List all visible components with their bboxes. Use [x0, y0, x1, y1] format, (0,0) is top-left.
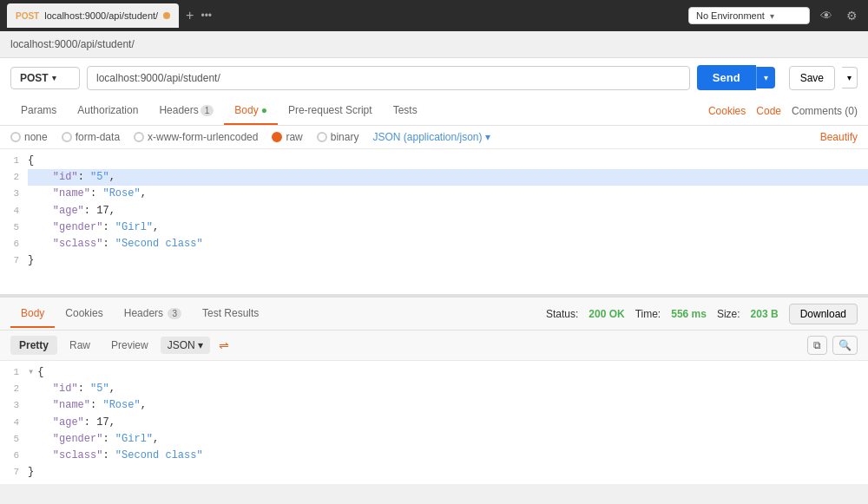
radio-dot-urlencoded	[134, 132, 144, 142]
line-number: 4	[0, 203, 28, 219]
code-link[interactable]: Code	[756, 105, 781, 117]
tab-params[interactable]: Params	[10, 97, 67, 125]
tab-body[interactable]: Body●	[224, 97, 278, 125]
eye-icon-button[interactable]: 👁	[817, 5, 836, 26]
code-line: 6 "sclass": "Second class"	[0, 448, 868, 464]
radio-urlencoded[interactable]: x-www-form-urlencoded	[134, 131, 258, 143]
breadcrumb: localhost:9000/api/student/	[10, 38, 135, 50]
tab-method: POST	[16, 11, 39, 21]
code-line: 7}	[0, 252, 868, 269]
format-tab-preview[interactable]: Preview	[102, 336, 157, 355]
save-button[interactable]: Save	[789, 66, 835, 90]
send-dropdown-button[interactable]: ▾	[756, 67, 775, 88]
radio-dot-none	[10, 132, 21, 142]
method-chevron-icon: ▾	[52, 74, 56, 82]
add-tab-button[interactable]: +	[182, 8, 197, 23]
top-bar: POST localhost:9000/api/student/ + ••• N…	[0, 0, 868, 31]
size-value: 203 B	[751, 308, 779, 320]
radio-form-data[interactable]: form-data	[62, 131, 120, 143]
response-code-viewer: 1▾{2 "id": "5",3 "name": "Rose",4 "age":…	[0, 361, 868, 484]
save-dropdown-button[interactable]: ▾	[842, 67, 858, 88]
response-format-selector[interactable]: JSON ▾	[161, 337, 210, 354]
active-tab[interactable]: POST localhost:9000/api/student/	[7, 3, 179, 28]
body-options-row: none form-data x-www-form-urlencoded raw…	[0, 126, 868, 149]
radio-dot-form-data	[62, 132, 72, 142]
code-line: 4 "age": 17,	[0, 415, 868, 431]
tab-modified-dot	[163, 12, 170, 19]
code-line: 2 "id": "5",	[0, 381, 868, 397]
format-row: Pretty Raw Preview JSON ▾ ⇌ ⧉ 🔍	[0, 331, 868, 361]
headers-badge: 1	[201, 105, 214, 116]
response-tabs-row: Body Cookies Headers 3 Test Results Stat…	[0, 298, 868, 331]
breadcrumb-container: localhost:9000/api/student/	[0, 31, 868, 58]
line-content: "name": "Rose",	[28, 397, 868, 414]
line-number: 7	[0, 464, 28, 481]
response-tab-test-results[interactable]: Test Results	[192, 300, 269, 328]
url-row: POST ▾ Send ▾ Save ▾	[0, 58, 868, 97]
filter-icon[interactable]: ⇌	[219, 338, 229, 352]
radio-none[interactable]: none	[10, 131, 48, 143]
code-line: 5 "gender": "Girl",	[0, 219, 868, 236]
more-tabs-button[interactable]: •••	[201, 10, 212, 22]
code-line: 4 "age": 17,	[0, 203, 868, 219]
line-content: }	[28, 464, 868, 481]
cookies-link[interactable]: Cookies	[708, 105, 746, 117]
radio-raw[interactable]: raw	[272, 131, 302, 143]
line-content: "sclass": "Second class"	[28, 236, 868, 252]
environment-label: No Environment	[696, 10, 765, 21]
json-format-chevron-icon: ▾	[485, 131, 490, 143]
line-content: "gender": "Girl",	[28, 431, 868, 448]
search-icon-button[interactable]: 🔍	[832, 336, 858, 355]
line-number: 6	[0, 448, 28, 464]
line-content: "name": "Rose",	[28, 186, 868, 202]
line-number: 2	[0, 381, 28, 397]
tab-tests[interactable]: Tests	[383, 97, 428, 125]
method-label: POST	[20, 72, 49, 84]
line-content: ▾{	[28, 364, 868, 381]
status-label: Status:	[546, 308, 578, 320]
line-number: 7	[0, 252, 28, 269]
time-value: 556 ms	[671, 308, 707, 320]
format-tab-pretty[interactable]: Pretty	[10, 336, 57, 355]
response-tab-body[interactable]: Body	[10, 300, 55, 328]
gear-icon-button[interactable]: ⚙	[843, 5, 861, 26]
json-format-selector[interactable]: JSON (application/json) ▾	[372, 131, 490, 143]
line-number: 3	[0, 186, 28, 202]
request-code-editor[interactable]: 1{2 "id": "5",3 "name": "Rose",4 "age": …	[0, 149, 868, 297]
response-tab-cookies[interactable]: Cookies	[55, 300, 113, 328]
request-tabs-right: Cookies Code Comments (0)	[708, 105, 858, 117]
tab-headers[interactable]: Headers1	[148, 97, 224, 125]
code-line: 5 "gender": "Girl",	[0, 431, 868, 448]
line-content: "gender": "Girl",	[28, 219, 868, 236]
radio-binary[interactable]: binary	[317, 131, 359, 143]
comments-link[interactable]: Comments (0)	[792, 105, 858, 117]
beautify-button[interactable]: Beautify	[820, 131, 858, 143]
line-content: "age": 17,	[28, 203, 868, 219]
line-content: "id": "5",	[28, 381, 868, 397]
copy-icon-button[interactable]: ⧉	[807, 336, 827, 355]
line-number: 2	[0, 169, 28, 186]
format-tab-raw[interactable]: Raw	[61, 336, 99, 355]
code-line: 3 "name": "Rose",	[0, 397, 868, 414]
response-status-bar: Status: 200 OK Time: 556 ms Size: 203 B …	[546, 304, 858, 324]
line-content: {	[28, 153, 868, 169]
url-input[interactable]	[87, 66, 690, 90]
request-tabs-row: Params Authorization Headers1 Body● Pre-…	[0, 97, 868, 126]
size-label: Size:	[717, 308, 740, 320]
status-value: 200 OK	[589, 308, 624, 320]
tab-pre-request[interactable]: Pre-request Script	[278, 97, 383, 125]
line-content: "sclass": "Second class"	[28, 448, 868, 464]
send-button[interactable]: Send	[697, 65, 756, 90]
body-badge: ●	[261, 104, 267, 116]
line-number: 1	[0, 153, 28, 169]
method-selector[interactable]: POST ▾	[10, 67, 80, 89]
line-number: 5	[0, 431, 28, 448]
download-button[interactable]: Download	[789, 304, 858, 324]
line-content: "age": 17,	[28, 415, 868, 431]
environment-selector[interactable]: No Environment ▾	[688, 7, 810, 24]
tab-authorization[interactable]: Authorization	[67, 97, 148, 125]
response-tab-headers[interactable]: Headers 3	[114, 300, 192, 328]
code-line: 7}	[0, 464, 868, 481]
line-number: 4	[0, 415, 28, 431]
radio-dot-binary	[317, 132, 327, 142]
